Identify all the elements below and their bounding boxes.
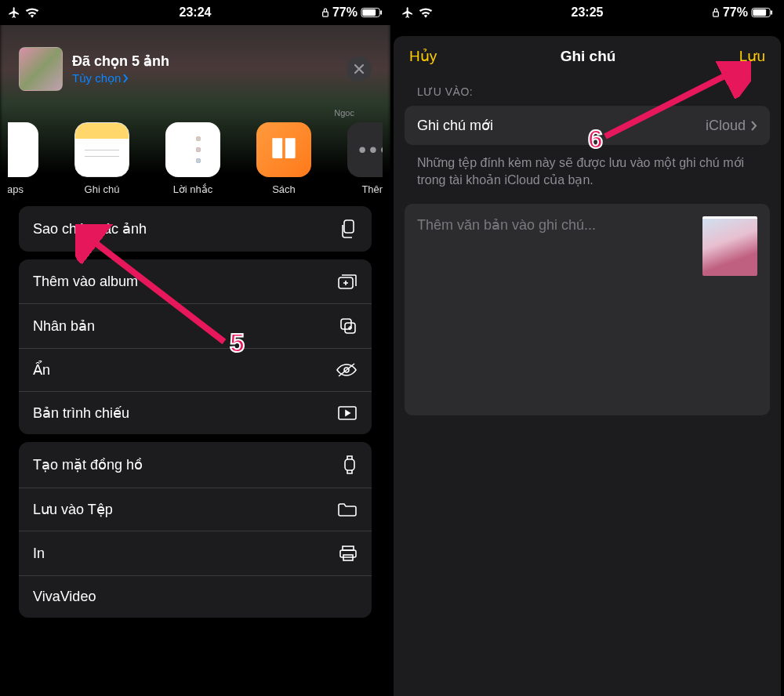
- action-hide[interactable]: Ẩn: [19, 348, 372, 391]
- lock-icon: [321, 7, 329, 18]
- svg-rect-14: [713, 12, 719, 16]
- chevron-right-icon: [750, 120, 757, 132]
- status-bar: 23:24 77%: [0, 0, 390, 25]
- watch-icon: [342, 455, 358, 475]
- action-group-3: Tạo mặt đồng hồ Lưu vào Tệp In VivaVideo: [19, 442, 372, 618]
- phone-left-share-sheet: 23:24 77% Đã chọn 5 ảnh Tùy chọn: [0, 0, 390, 696]
- attachment-thumbnail: [702, 216, 757, 276]
- chevron-right-icon: [122, 74, 129, 83]
- print-icon: [339, 544, 358, 563]
- books-icon: [256, 122, 311, 177]
- help-text: Những tệp đính kèm này sẽ được lưu vào m…: [394, 145, 781, 204]
- action-vivavideo[interactable]: VivaVideo: [19, 575, 372, 618]
- destination-name: Ghi chú mới: [417, 117, 493, 134]
- annotation-arrow-6: [594, 61, 751, 147]
- lock-icon: [712, 7, 720, 18]
- status-time: 23:25: [572, 5, 604, 20]
- action-print[interactable]: In: [19, 531, 372, 575]
- battery-percent: 77%: [332, 5, 358, 20]
- share-header: Đã chọn 5 ảnh Tùy chọn: [8, 38, 383, 100]
- copy-icon: [339, 219, 358, 239]
- maps-icon: [8, 122, 38, 177]
- airplane-mode-icon: [401, 6, 414, 19]
- share-app-row[interactable]: Maps Ghi chú Lời nhắc Sách ••• Thêm: [8, 118, 383, 206]
- share-title: Đã chọn 5 ảnh: [72, 53, 337, 70]
- svg-rect-4: [344, 220, 354, 233]
- svg-rect-16: [753, 9, 766, 16]
- share-sheet: Đã chọn 5 ảnh Tùy chọn Ngoc Maps Ghi: [8, 38, 383, 696]
- status-bar: 23:25 77%: [394, 0, 781, 25]
- hide-icon: [336, 362, 358, 378]
- action-create-watchface[interactable]: Tạo mặt đồng hồ: [19, 442, 372, 488]
- svg-rect-3: [380, 10, 382, 15]
- note-text-input[interactable]: Thêm văn bản vào ghi chú...: [417, 216, 695, 403]
- cancel-button[interactable]: Hủy: [409, 47, 437, 65]
- slideshow-icon: [337, 405, 358, 421]
- album-add-icon: [337, 272, 358, 291]
- share-app-maps[interactable]: Maps: [8, 122, 56, 195]
- battery-icon: [751, 7, 773, 18]
- folder-icon: [337, 502, 358, 517]
- share-app-more[interactable]: ••• Thêm: [329, 122, 383, 195]
- share-app-reminders[interactable]: Lời nhắc: [147, 122, 238, 195]
- share-app-books[interactable]: Sách: [238, 122, 329, 195]
- wifi-icon: [419, 7, 433, 18]
- svg-rect-12: [340, 550, 356, 557]
- note-body[interactable]: Thêm văn bản vào ghi chú...: [405, 204, 770, 415]
- airplane-mode-icon: [8, 6, 20, 19]
- selection-thumbnail: [19, 47, 63, 91]
- svg-rect-0: [323, 12, 328, 16]
- reminders-icon: [165, 122, 220, 177]
- annotation-arrow-5: [75, 224, 240, 350]
- close-button[interactable]: [347, 56, 372, 82]
- options-link[interactable]: Tùy chọn: [72, 71, 129, 85]
- annotation-badge-5: 5: [230, 328, 245, 358]
- battery-percent: 77%: [723, 5, 748, 20]
- airdrop-contact-name: Ngoc: [8, 108, 383, 118]
- notes-icon: [74, 122, 129, 177]
- annotation-badge-6: 6: [588, 124, 603, 154]
- svg-rect-17: [771, 10, 772, 15]
- svg-rect-2: [362, 9, 376, 16]
- svg-rect-10: [345, 459, 354, 470]
- more-icon: •••: [347, 122, 383, 177]
- share-app-notes[interactable]: Ghi chú: [56, 122, 147, 195]
- wifi-icon: [25, 7, 39, 18]
- phone-right-notes-save: 23:25 77% Hủy Ghi chú Lưu LƯU VÀO: Ghi c…: [390, 0, 781, 696]
- battery-icon: [361, 7, 383, 18]
- status-time: 23:24: [180, 5, 212, 20]
- action-save-to-files[interactable]: Lưu vào Tệp: [19, 488, 372, 531]
- duplicate-icon: [339, 317, 358, 335]
- action-slideshow[interactable]: Bản trình chiếu: [19, 391, 372, 434]
